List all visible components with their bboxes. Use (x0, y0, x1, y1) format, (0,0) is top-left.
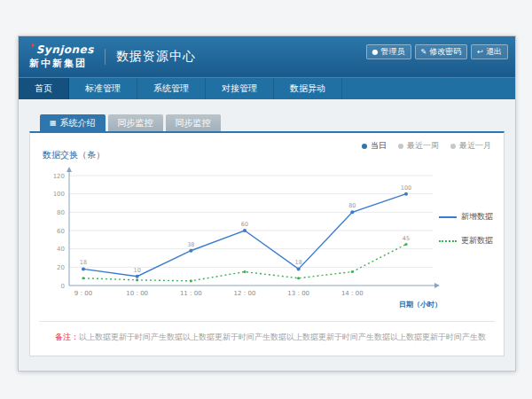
app-header: ✦ Synjones 新中新集团 数据资源中心 ● 管理员 ✎ 修改密码 ↩ 退… (19, 36, 515, 77)
time-range-filters: 当日 最近一周 最近一月 (362, 140, 491, 152)
chart-area: 0204060801001209：0010：0011：0012：0013：001… (37, 163, 445, 317)
radio-dot-icon (362, 144, 367, 149)
legend-new-data-label: 新增数据 (461, 211, 493, 223)
series-legend: 新增数据 更新数据 (439, 211, 493, 259)
nav-item-system-mgmt[interactable]: 系统管理 (137, 78, 206, 99)
user-icon: ● (372, 49, 379, 56)
tab-sync-monitor-1-label: 同步监控 (118, 117, 153, 129)
edit-icon: ✎ (421, 49, 427, 56)
filter-last-month[interactable]: 最近一月 (450, 140, 491, 152)
svg-text:100: 100 (401, 184, 411, 192)
logout-button[interactable]: ↩ 退出 (471, 44, 508, 59)
svg-text:18: 18 (295, 259, 302, 266)
filter-today[interactable]: 当日 (362, 140, 387, 152)
admin-user-button[interactable]: ● 管理员 (366, 44, 411, 59)
logout-icon: ↩ (477, 49, 483, 56)
svg-text:20: 20 (57, 264, 65, 271)
desktop-background: ✦ Synjones 新中新集团 数据资源中心 ● 管理员 ✎ 修改密码 ↩ 退… (0, 0, 532, 399)
synjones-logo: ✦ Synjones 新中新集团 (29, 44, 94, 68)
nav-item-home[interactable]: 首页 (19, 78, 69, 99)
dotted-line-icon (439, 240, 457, 242)
svg-text:45: 45 (403, 235, 410, 242)
tab-sync-monitor-2-label: 同步监控 (176, 117, 211, 129)
footnote-text: 以上数据更新于时间产生数据以上数据更新于时间产生数据以上数据更新于时间产生数据以… (79, 332, 486, 341)
svg-text:60: 60 (241, 221, 248, 228)
svg-text:80: 80 (57, 209, 65, 216)
svg-text:38: 38 (187, 241, 194, 248)
svg-text:100: 100 (53, 191, 65, 198)
svg-text:18: 18 (80, 259, 87, 266)
footnote-prefix: 备注： (55, 332, 79, 341)
radio-dot-icon (450, 144, 456, 149)
nav-item-standard-mgmt[interactable]: 标准管理 (69, 78, 137, 99)
filter-last-month-label: 最近一月 (459, 140, 491, 152)
line-chart: 0204060801001209：0010：0011：0012：0013：001… (37, 163, 445, 314)
svg-text:日期（小时）: 日期（小时） (399, 301, 442, 309)
svg-text:10：00: 10：00 (126, 290, 148, 297)
logo-text: Synjones (36, 44, 94, 56)
logo-subtitle: 新中新集团 (29, 59, 94, 69)
legend-updated-data-label: 更新数据 (461, 235, 493, 246)
svg-text:0: 0 (61, 283, 65, 290)
svg-text:10: 10 (134, 267, 141, 274)
legend-new-data[interactable]: 新增数据 (439, 211, 493, 223)
filter-last-week[interactable]: 最近一周 (398, 140, 439, 152)
solid-line-icon (439, 216, 457, 218)
svg-text:120: 120 (53, 173, 65, 180)
radio-dot-icon (398, 144, 403, 149)
svg-text:11：00: 11：00 (180, 290, 202, 297)
y-axis-title: 数据交换（条） (43, 149, 105, 161)
nav-item-data-change[interactable]: 数据异动 (274, 78, 342, 99)
logo-top: ✦ Synjones (29, 44, 94, 56)
page-title: 数据资源中心 (105, 49, 196, 65)
svg-text:80: 80 (348, 202, 356, 209)
logout-label: 退出 (486, 46, 502, 58)
nav-item-connection-mgmt[interactable]: 对接管理 (206, 78, 274, 99)
filter-last-week-label: 最近一周 (407, 140, 439, 152)
logo-star-icon: ✦ (29, 43, 35, 51)
app-window: ✦ Synjones 新中新集团 数据资源中心 ● 管理员 ✎ 修改密码 ↩ 退… (18, 35, 516, 372)
tab-system-intro[interactable]: ▦ 系统介绍 (40, 114, 106, 131)
change-password-label: 修改密码 (429, 46, 461, 58)
svg-text:9：00: 9：00 (74, 290, 92, 297)
svg-text:14：00: 14：00 (341, 290, 364, 297)
divider (39, 321, 495, 322)
tab-system-intro-label: 系统介绍 (60, 117, 96, 129)
svg-text:60: 60 (57, 228, 65, 235)
filter-today-label: 当日 (371, 140, 387, 152)
footnote: 备注：以上数据更新于时间产生数据以上数据更新于时间产生数据以上数据更新于时间产生… (55, 332, 486, 343)
main-nav: 首页 标准管理 系统管理 对接管理 数据异动 (19, 77, 515, 99)
tab-sync-monitor-1[interactable]: 同步监控 (108, 114, 163, 131)
change-password-button[interactable]: ✎ 修改密码 (415, 44, 468, 59)
svg-text:40: 40 (57, 246, 65, 253)
legend-updated-data[interactable]: 更新数据 (439, 235, 493, 246)
chart-panel: 当日 最近一周 最近一月 数据交换（条） 0204060801001209：00… (29, 131, 505, 356)
grid-icon: ▦ (50, 120, 57, 127)
svg-text:13：00: 13：00 (287, 290, 309, 297)
svg-text:12：00: 12：00 (234, 290, 256, 297)
tab-sync-monitor-2[interactable]: 同步监控 (166, 114, 221, 131)
tab-strip: ▦ 系统介绍 同步监控 同步监控 (40, 114, 221, 131)
header-actions: ● 管理员 ✎ 修改密码 ↩ 退出 (366, 44, 508, 59)
admin-user-label: 管理员 (381, 46, 405, 58)
